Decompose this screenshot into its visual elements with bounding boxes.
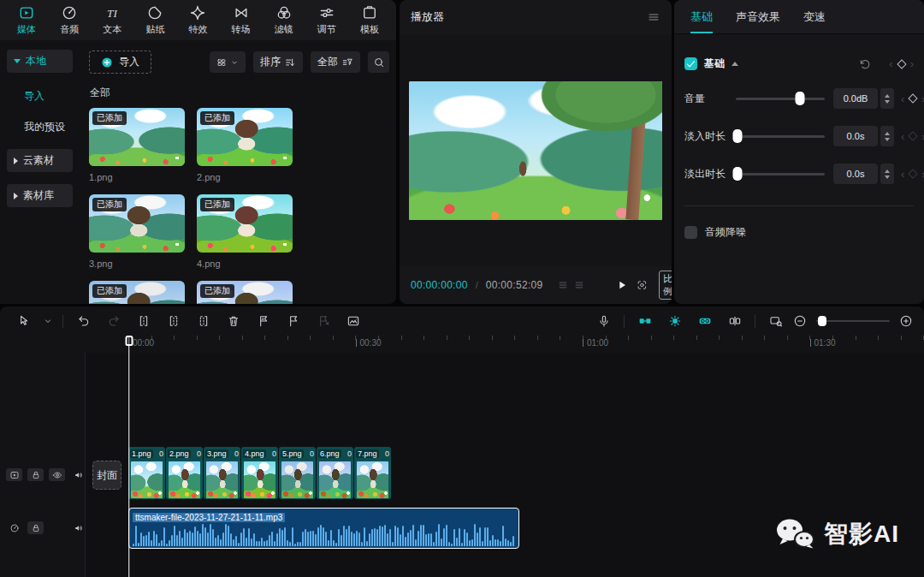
redo-button[interactable] [98, 310, 128, 332]
smart-clip-button[interactable] [338, 310, 368, 332]
video-clip[interactable]: 5.png 0 [279, 447, 316, 499]
denoise-checkbox[interactable] [684, 226, 697, 239]
sidebar-item-1[interactable]: 导入 [0, 89, 81, 104]
row-stepper[interactable] [880, 88, 894, 109]
nav-item-template[interactable]: 模板 [360, 4, 379, 36]
audio-track-lock-button[interactable] [27, 521, 44, 534]
frame-list-icon[interactable] [557, 279, 569, 291]
nav-item-transition[interactable]: 转场 [232, 4, 251, 36]
sidebar-item-2[interactable]: 我的预设 [0, 120, 81, 134]
frame-list-icon-2[interactable] [573, 279, 585, 291]
tab-0[interactable]: 基础 [690, 0, 713, 33]
keyframe-diamond-icon[interactable] [897, 59, 906, 68]
zoom-out-button[interactable] [791, 310, 809, 332]
select-tool-button[interactable] [9, 310, 38, 332]
audio-clip[interactable]: ttsmaker-file-2023-11-27-21-11-11.mp3 [128, 508, 519, 549]
record-voice-button[interactable] [589, 310, 619, 332]
overwrite-mode-button[interactable] [720, 310, 749, 332]
preview-image[interactable] [409, 81, 662, 220]
link-toggle-button[interactable] [690, 310, 720, 332]
keyframe-nav[interactable]: ‹› [901, 131, 924, 142]
row-value[interactable]: 0.0s [833, 164, 878, 184]
tab-1[interactable]: 声音效果 [736, 0, 780, 33]
preview-quality-icon[interactable] [637, 278, 648, 292]
reset-icon[interactable] [858, 57, 872, 71]
basic-section-checkbox[interactable] [684, 57, 697, 70]
search-button[interactable] [368, 51, 389, 73]
row-value[interactable]: 0.0s [833, 126, 878, 146]
media-item[interactable]: 已添加 1.png [89, 108, 185, 183]
split-keep-left-button[interactable] [158, 310, 188, 332]
nav-item-sticker[interactable]: 贴纸 [145, 4, 164, 36]
media-thumbnail[interactable]: 已添加 [197, 281, 293, 304]
video-clip[interactable]: 4.png 0 [241, 447, 278, 499]
row-slider[interactable] [736, 98, 825, 100]
tab-2[interactable]: 变速 [803, 0, 826, 33]
panel-menu-icon[interactable] [647, 10, 660, 24]
select-tool-dropdown[interactable] [38, 310, 57, 332]
media-item[interactable]: 已添加 [89, 281, 185, 304]
filter-button[interactable]: 全部 [311, 51, 360, 73]
media-item[interactable]: 已添加 3.png [89, 194, 185, 270]
row-value[interactable]: 0.0dB [833, 88, 878, 109]
sidebar-group-0[interactable]: 本地 [7, 50, 73, 73]
row-stepper[interactable] [880, 126, 894, 146]
media-thumbnail[interactable]: 已添加 [89, 194, 185, 253]
video-clip[interactable]: 7.png 0 [354, 447, 391, 499]
timeline-ruler[interactable]: 00:0000:3001:0001:30 [0, 336, 924, 353]
add-marker-button[interactable] [278, 310, 308, 332]
preview-frames-button[interactable] [761, 310, 791, 332]
ai-marker-button[interactable]: AI [248, 310, 278, 332]
keyframe-diamond-icon[interactable] [909, 93, 918, 103]
audio-track-mute-button[interactable] [70, 521, 86, 534]
video-clip[interactable]: 3.png 0 [204, 447, 240, 499]
media-thumbnail[interactable]: 已添加 [89, 108, 185, 166]
media-thumbnail[interactable]: 已添加 [197, 194, 293, 253]
keyframe-nav[interactable]: ‹› [901, 93, 924, 104]
import-button[interactable]: 导入 [89, 51, 151, 74]
play-button[interactable] [615, 278, 629, 292]
nav-item-media[interactable]: 媒体 [17, 4, 36, 36]
zoom-in-button[interactable] [897, 310, 915, 332]
split-button[interactable] [128, 310, 158, 332]
sidebar-group-3[interactable]: 云素材 [7, 149, 73, 172]
keyframe-diamond-icon[interactable] [909, 169, 918, 178]
media-thumbnail[interactable]: 已添加 [89, 281, 185, 304]
cover-button[interactable]: 封面 [92, 461, 121, 490]
video-track-visibility-button[interactable] [49, 468, 65, 481]
video-clip[interactable]: 1.png 0 [128, 447, 165, 499]
split-keep-right-button[interactable] [188, 310, 218, 332]
ratio-button[interactable]: 比例 [659, 271, 672, 300]
collapse-caret-icon[interactable] [732, 62, 738, 66]
media-item[interactable]: 已添加 4.png [197, 194, 293, 270]
auto-preview-toggle-button[interactable] [660, 310, 690, 332]
sidebar-group-4[interactable]: 素材库 [7, 184, 73, 207]
keyframe-nav[interactable]: ‹› [901, 169, 924, 180]
sidebar-group-label: 本地 [26, 54, 46, 68]
media-thumbnail[interactable]: 已添加 [197, 108, 293, 166]
snap-toggle-button[interactable] [630, 310, 660, 332]
view-mode-button[interactable] [210, 51, 246, 73]
row-slider[interactable] [736, 173, 825, 175]
media-item[interactable]: 已添加 [197, 281, 293, 304]
nav-item-effects[interactable]: 特效 [188, 4, 207, 36]
keyframe-diamond-icon[interactable] [909, 131, 918, 140]
nav-item-text[interactable]: TI 文本 [103, 4, 121, 36]
video-clip[interactable]: 2.png 0 [166, 447, 203, 499]
timeline-zoom-slider[interactable] [816, 320, 890, 323]
row-stepper[interactable] [880, 164, 894, 184]
sort-button[interactable]: 排序 [253, 51, 303, 73]
video-clip[interactable]: 6.png 0 [317, 447, 353, 499]
video-track-mute-button[interactable] [70, 468, 86, 481]
nav-item-audio[interactable]: 音频 [60, 4, 79, 36]
media-item[interactable]: 已添加 2.png [197, 108, 293, 183]
video-track-lock-button[interactable] [27, 468, 44, 481]
delete-button[interactable] [218, 310, 248, 332]
nav-item-filter[interactable]: 滤镜 [275, 4, 293, 36]
keyframe-nav[interactable]: ‹› [889, 58, 914, 69]
remove-marker-button[interactable] [308, 310, 338, 332]
nav-item-adjust[interactable]: 调节 [317, 4, 336, 36]
row-slider[interactable] [736, 135, 825, 138]
play-icon [615, 278, 629, 292]
undo-button[interactable] [68, 310, 98, 332]
